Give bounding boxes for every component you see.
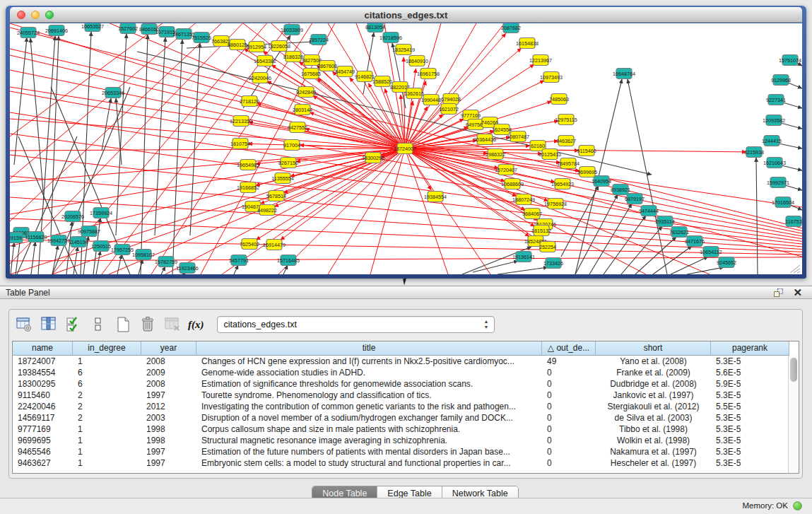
- network-node[interactable]: 11923466: [176, 263, 198, 274]
- network-node[interactable]: 20691406: [45, 25, 68, 36]
- table-row[interactable]: 946554611997Estimation of the future num…: [13, 446, 799, 457]
- table-select-dropdown[interactable]: citations_edges.txt ▲▼: [217, 316, 495, 333]
- network-edge[interactable]: [102, 98, 111, 151]
- network-node[interactable]: 18495784: [557, 158, 579, 169]
- network-canvas[interactable]: 2405572420691406106535271527602846616010…: [10, 23, 802, 274]
- network-node[interactable]: 19136141: [512, 252, 535, 262]
- network-node[interactable]: 15751074: [779, 55, 801, 66]
- network-node[interactable]: 9245652: [717, 257, 736, 268]
- network-node[interactable]: 2867608: [317, 61, 337, 71]
- network-node[interactable]: 7625402: [240, 239, 259, 250]
- network-edge[interactable]: [498, 267, 548, 274]
- vertical-scrollbar[interactable]: [788, 356, 799, 473]
- network-node[interactable]: 2718120: [240, 96, 259, 107]
- network-node[interactable]: 9474444: [639, 206, 659, 216]
- column-header-name[interactable]: name: [13, 341, 73, 356]
- network-edge[interactable]: [11, 243, 14, 274]
- network-edge[interactable]: [283, 148, 405, 193]
- network-node[interactable]: 15992971: [767, 177, 789, 188]
- network-edge[interactable]: [779, 144, 802, 148]
- network-edge[interactable]: [561, 186, 599, 257]
- network-node[interactable]: 10973493: [540, 72, 563, 83]
- function-builder-icon[interactable]: f(x): [188, 319, 204, 331]
- network-node[interactable]: 16782759: [155, 257, 177, 267]
- network-node[interactable]: 19218596: [379, 33, 402, 43]
- network-edge[interactable]: [782, 165, 802, 170]
- network-node[interactable]: 1990448: [421, 95, 441, 105]
- network-node[interactable]: 8813054: [365, 23, 385, 33]
- table-row[interactable]: 911546021997Tourette syndrome. Phenomeno…: [13, 390, 799, 401]
- network-node[interactable]: 7485063: [549, 94, 569, 105]
- network-node[interactable]: 19654923: [551, 179, 574, 189]
- column-header-pagerank[interactable]: pagerank: [711, 341, 789, 356]
- network-node[interactable]: 12213967: [529, 55, 552, 66]
- network-node[interactable]: 1640954: [592, 176, 611, 187]
- network-edge[interactable]: [363, 33, 374, 94]
- network-node[interactable]: 18807249: [512, 194, 535, 205]
- network-node[interactable]: 11156829: [25, 232, 47, 243]
- network-node[interactable]: 1733426: [543, 258, 563, 269]
- network-node[interactable]: 10807487: [507, 132, 529, 142]
- network-node[interactable]: 10958107: [132, 250, 155, 260]
- network-node[interactable]: 16154838: [516, 38, 539, 49]
- scrollbar-thumb[interactable]: [790, 358, 797, 382]
- network-node[interactable]: 12975115: [555, 115, 577, 125]
- network-edge[interactable]: [788, 83, 802, 88]
- network-node[interactable]: 2087682: [501, 23, 521, 33]
- network-node[interactable]: 10654112: [700, 247, 722, 257]
- network-node[interactable]: 22420046: [249, 73, 271, 83]
- network-node[interactable]: 1244415: [762, 136, 782, 146]
- network-node[interactable]: 12213359: [230, 116, 252, 127]
- network-node[interactable]: 17016504: [772, 197, 794, 208]
- network-node[interactable]: 1527602: [118, 23, 138, 34]
- network-node[interactable]: 10653527: [81, 23, 104, 32]
- table-row[interactable]: 2242004622012Investigating the contribut…: [13, 401, 799, 412]
- network-node[interactable]: 1621072: [439, 104, 459, 115]
- network-node[interactable]: 1250515: [91, 241, 111, 252]
- network-node[interactable]: 7857224: [309, 35, 329, 45]
- network-edge[interactable]: [790, 205, 802, 210]
- network-node[interactable]: 90975887: [78, 226, 100, 237]
- network-edge[interactable]: [283, 265, 288, 274]
- network-node[interactable]: 8267150: [278, 158, 298, 168]
- table-row[interactable]: 1830029562008Estimation of significance …: [13, 378, 799, 390]
- delete-column-icon[interactable]: [139, 315, 157, 334]
- network-node[interactable]: 9242848: [296, 87, 316, 98]
- network-node[interactable]: 9146821: [355, 71, 375, 82]
- network-node[interactable]: 9227341: [766, 95, 786, 105]
- close-panel-icon[interactable]: ✕: [793, 286, 802, 299]
- network-node[interactable]: 16033809: [281, 25, 303, 35]
- network-node[interactable]: 1675685: [301, 69, 321, 79]
- network-edge[interactable]: [234, 265, 238, 274]
- network-edge[interactable]: [635, 237, 676, 274]
- table-row[interactable]: 1872400712008Changes of HCN gene express…: [13, 356, 799, 367]
- network-node[interactable]: 16648784: [613, 69, 635, 79]
- network-node[interactable]: 8471676: [685, 236, 705, 247]
- network-node[interactable]: 1145194: [69, 237, 88, 247]
- table-row[interactable]: 1938455462009Genome-wide association stu…: [13, 367, 799, 378]
- select-all-icon[interactable]: [64, 315, 83, 334]
- show-columns-icon[interactable]: [40, 315, 58, 334]
- network-node[interactable]: 39159: [10, 233, 23, 243]
- column-header-title[interactable]: title: [196, 341, 542, 356]
- table-row[interactable]: 969969511998Structural magnetic resonanc…: [13, 435, 799, 446]
- network-edge[interactable]: [161, 267, 165, 274]
- network-edge[interactable]: [781, 123, 802, 129]
- network-node[interactable]: 19942757: [47, 235, 70, 246]
- network-node[interactable]: 9463627: [556, 136, 576, 146]
- network-node[interactable]: 9699695: [577, 167, 597, 177]
- network-node[interactable]: 6794028: [441, 94, 461, 105]
- network-edge[interactable]: [783, 103, 802, 108]
- network-edge[interactable]: [96, 251, 100, 274]
- network-node[interactable]: 1810754: [230, 139, 250, 149]
- network-node[interactable]: 15720407: [495, 165, 517, 175]
- delete-table-icon[interactable]: [163, 315, 182, 334]
- network-node[interactable]: 1815132: [531, 226, 551, 236]
- network-node[interactable]: 20206576: [61, 211, 84, 222]
- network-node[interactable]: 1588520: [372, 76, 392, 87]
- network-node[interactable]: 19654983: [237, 160, 259, 170]
- network-node[interactable]: 6879197: [625, 194, 645, 204]
- network-edge[interactable]: [687, 267, 724, 274]
- resize-grip-icon[interactable]: [797, 271, 800, 273]
- network-edge[interactable]: [653, 246, 692, 274]
